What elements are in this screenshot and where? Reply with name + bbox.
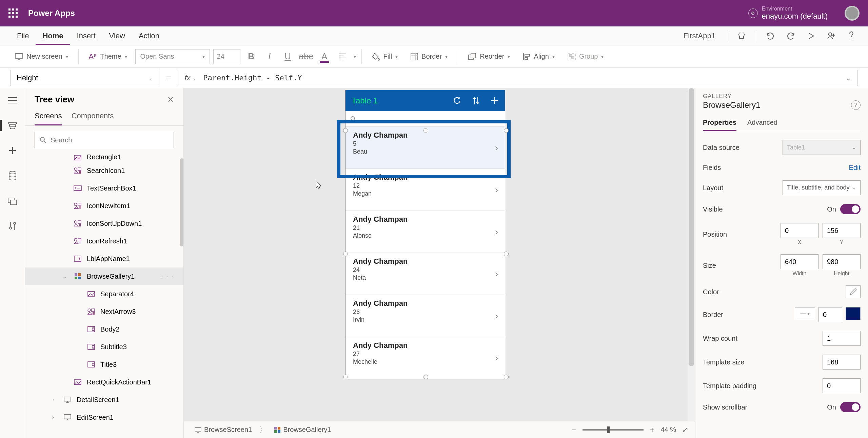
tree-item-iconrefresh1[interactable]: IconRefresh1 — [25, 232, 183, 250]
next-arrow-icon[interactable]: › — [495, 184, 498, 195]
position-y-input[interactable] — [823, 223, 861, 238]
width-input[interactable] — [781, 254, 818, 269]
resize-handle[interactable] — [504, 375, 509, 379]
expand-icon[interactable]: › — [52, 397, 58, 403]
group-button[interactable]: Group ▾ — [563, 50, 609, 63]
resize-handle[interactable] — [423, 375, 428, 379]
edit-fields-link[interactable]: Edit — [849, 164, 861, 172]
gallery-item[interactable]: Andy Champan5Beau› — [346, 127, 505, 169]
zoom-in-button[interactable]: + — [650, 425, 654, 435]
tree-item-iconnewitem1[interactable]: IconNewItem1 — [25, 197, 183, 215]
tree-item-textsearchbox1[interactable]: TextSearchBox1 — [25, 179, 183, 197]
menu-action[interactable]: Action — [132, 26, 166, 45]
resize-handle[interactable] — [343, 128, 348, 133]
advanced-tab[interactable]: Advanced — [747, 116, 777, 131]
strikethrough-button[interactable]: abc — [299, 49, 314, 64]
gallery-item[interactable]: Andy Champan24Neta› — [346, 253, 505, 295]
sort-icon[interactable] — [472, 96, 480, 105]
app-file-name[interactable]: FirstApp1 — [684, 32, 715, 40]
resize-handle[interactable] — [504, 252, 509, 256]
wrap-count-input[interactable] — [823, 331, 861, 346]
play-button[interactable] — [805, 30, 817, 42]
align-button[interactable]: Align ▾ — [518, 50, 559, 63]
font-size-input[interactable] — [213, 49, 240, 64]
resize-handle[interactable] — [343, 252, 348, 256]
reorder-button[interactable]: Reorder ▾ — [463, 50, 515, 63]
text-align-button[interactable] — [335, 49, 350, 64]
tree-item-nextarrow3[interactable]: NextArrow3 — [25, 303, 183, 320]
app-launcher-icon[interactable] — [8, 8, 18, 18]
close-tree-button[interactable]: ✕ — [167, 95, 174, 104]
next-arrow-icon[interactable]: › — [495, 142, 498, 153]
tree-item-editscreen1[interactable]: ›EditScreen1 — [25, 409, 183, 426]
menu-insert[interactable]: Insert — [70, 26, 102, 45]
border-style-selector[interactable]: — ▾ — [795, 307, 815, 320]
search-box[interactable] — [346, 111, 505, 127]
template-size-input[interactable] — [823, 355, 861, 370]
theme-button[interactable]: Aᵃ Theme ▾ — [84, 50, 132, 63]
data-source-selector[interactable]: Table1 ⌄ — [783, 140, 861, 155]
screens-tab[interactable]: Screens — [35, 108, 62, 125]
breadcrumb-screen[interactable]: BrowseScreen1 — [191, 424, 256, 435]
menu-home[interactable]: Home — [36, 26, 70, 45]
share-button[interactable] — [825, 30, 837, 42]
media-icon[interactable] — [7, 195, 18, 206]
help-button[interactable] — [846, 30, 858, 42]
expand-formula-icon[interactable]: ⌄ — [845, 74, 851, 82]
zoom-slider[interactable] — [583, 429, 644, 431]
underline-button[interactable]: U — [280, 49, 295, 64]
zoom-out-button[interactable]: − — [572, 425, 576, 435]
property-selector[interactable]: Height ⌄ — [10, 70, 159, 86]
color-picker[interactable] — [846, 285, 861, 298]
font-color-button[interactable]: A — [317, 49, 332, 64]
app-checker-icon[interactable] — [735, 30, 748, 42]
next-arrow-icon[interactable]: › — [495, 311, 498, 321]
gallery-item[interactable]: Andy Champan26Irvin› — [346, 295, 505, 337]
visible-toggle[interactable] — [840, 204, 861, 214]
gallery-item[interactable]: Andy Champan12Megan› — [346, 169, 505, 211]
fit-to-screen-button[interactable]: ⤢ — [682, 425, 688, 434]
tree-item-subtitle3[interactable]: Subtitle3 — [25, 338, 183, 356]
expand-icon[interactable]: › — [52, 414, 58, 420]
border-button[interactable]: Border ▾ — [406, 50, 452, 63]
tree-item-body2[interactable]: Body2 — [25, 320, 183, 338]
show-scrollbar-toggle[interactable] — [840, 402, 861, 412]
help-icon[interactable]: ? — [851, 100, 861, 110]
hamburger-icon[interactable] — [7, 95, 18, 106]
resize-handle[interactable] — [423, 128, 428, 133]
new-screen-button[interactable]: New screen ▾ — [10, 50, 73, 63]
redo-button[interactable] — [785, 30, 797, 42]
tree-item-title3[interactable]: Title3 — [25, 356, 183, 373]
components-tab[interactable]: Components — [72, 108, 114, 125]
add-icon[interactable] — [491, 96, 499, 105]
user-avatar[interactable] — [845, 6, 860, 21]
next-arrow-icon[interactable]: › — [495, 226, 498, 237]
collapse-icon[interactable]: ⌄ — [62, 273, 68, 280]
resize-handle[interactable] — [343, 375, 348, 379]
tree-item-rectangle1[interactable]: Rectangle1 — [25, 154, 183, 162]
refresh-icon[interactable] — [453, 96, 461, 105]
bold-button[interactable]: B — [244, 49, 259, 64]
environment-selector[interactable]: ⚙ Environment enayu.com (default) — [748, 5, 828, 21]
font-selector[interactable]: Open Sans ▾ — [135, 49, 210, 64]
tree-search-box[interactable] — [35, 132, 174, 148]
next-arrow-icon[interactable]: › — [495, 268, 498, 279]
formula-input[interactable]: fx ⌄ Parent.Height - Self.Y ⌄ — [178, 70, 858, 86]
tree-view-icon[interactable] — [7, 120, 18, 131]
tree-item-iconsortupdown1[interactable]: IconSortUpDown1 — [25, 215, 183, 232]
tree-item-separator4[interactable]: Separator4 — [25, 285, 183, 303]
italic-button[interactable]: I — [262, 49, 277, 64]
tree-item-browsegallery1[interactable]: ⌄BrowseGallery1· · · — [25, 267, 183, 285]
advanced-tools-icon[interactable] — [7, 220, 18, 231]
border-color-picker[interactable] — [846, 307, 861, 320]
layout-selector[interactable]: Title, subtitle, and body ⌄ — [783, 180, 861, 195]
next-arrow-icon[interactable]: › — [495, 353, 498, 363]
menu-view[interactable]: View — [102, 26, 132, 45]
gallery-item[interactable]: Andy Champan21Alonso› — [346, 211, 505, 253]
position-x-input[interactable] — [781, 223, 818, 238]
breadcrumb-gallery[interactable]: BrowseGallery1 — [270, 424, 335, 435]
menu-file[interactable]: File — [10, 26, 36, 45]
tree-item-lblappname1[interactable]: LblAppName1 — [25, 250, 183, 267]
gallery-item[interactable]: Andy Champan27Mechelle› — [346, 337, 505, 379]
tree-scrollbar-thumb[interactable] — [180, 158, 183, 246]
